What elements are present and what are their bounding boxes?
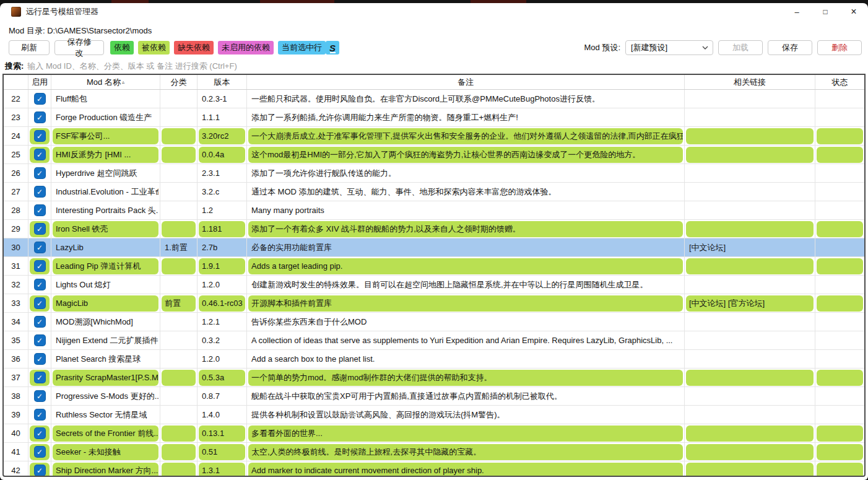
mod-name-cell-text: Ruthless Sector 无情星域	[53, 407, 158, 423]
table-row[interactable]: 24✓FSF军事公司...3.20rc2一个大崩溃后成立,处于准军事化管理下,提…	[4, 127, 864, 146]
table-row[interactable]: 42✓Ship Direction Marker 方向...1.3.1Add m…	[4, 461, 864, 477]
row-number: 33	[4, 294, 28, 312]
category-cell-text	[162, 351, 196, 367]
header-version[interactable]: 版本	[197, 75, 247, 89]
enable-checkbox[interactable]: ✓	[34, 279, 46, 290]
links-cell[interactable]: [中文论坛]	[685, 238, 815, 256]
mod-name-cell: Industrial.Evolution - 工业革命	[51, 183, 160, 201]
version-cell-text: 3.2.c	[199, 184, 245, 200]
table-row[interactable]: 37✓Prasrity ScrapMaster1[P.S.M.]0.5.3a一个…	[4, 369, 864, 387]
table-row[interactable]: 28✓Interesting Portraits Pack 头...1.2Man…	[4, 201, 864, 220]
header-enable[interactable]: 启用	[28, 75, 51, 89]
links-cell[interactable]: [中文论坛] [官方论坛]	[685, 294, 815, 312]
table-row[interactable]: 40✓Secrets of the Frontier 前线...0.13.1多看…	[4, 424, 864, 443]
preset-select[interactable]: [新建预设]	[625, 40, 713, 55]
status-cell-text	[817, 444, 863, 460]
title-bar[interactable]: 远行星号模组管理器 – □ ×	[0, 3, 868, 20]
links-cell-text: [中文论坛]	[686, 240, 814, 256]
enable-checkbox[interactable]: ✓	[34, 316, 46, 328]
status-cell	[815, 406, 864, 424]
header-links[interactable]: 相关链接	[685, 75, 815, 89]
table-row[interactable]: 27✓Industrial.Evolution - 工业革命3.2.c通过本 M…	[4, 183, 864, 201]
header-status[interactable]: 状态	[815, 75, 864, 89]
enable-checkbox[interactable]: ✓	[34, 297, 46, 309]
table-row[interactable]: 25✓HMI反派势力 [HMI ...0.0.4a这个mod最初是HMI的一部分…	[4, 146, 864, 164]
close-button[interactable]: ×	[840, 3, 868, 20]
fossic-forum-icon[interactable]: S	[326, 41, 339, 55]
refresh-button[interactable]: 刷新	[9, 40, 50, 55]
version-cell: 3.20rc2	[197, 127, 247, 145]
links-cell-text	[686, 91, 814, 107]
table-row[interactable]: 26✓Hyperdrive 超空间跳跃2.3.1添加了一项允许你进行舰队传送的能…	[4, 164, 864, 183]
enable-checkbox[interactable]: ✓	[34, 260, 46, 272]
enable-checkbox[interactable]: ✓	[34, 390, 46, 402]
row-number: 32	[4, 276, 28, 294]
mod-name-cell: MOD溯源[WhichMod]	[51, 313, 160, 331]
enable-checkbox[interactable]: ✓	[34, 465, 46, 476]
table-row[interactable]: 35✓Nijigen Extend 二元扩展插件0.3.2A collectio…	[4, 331, 864, 350]
table-row[interactable]: 39✓Ruthless Sector 无情星域1.4.0提供各种机制和设置以鼓励…	[4, 406, 864, 424]
status-cell	[815, 424, 864, 442]
table-header: 启用 Mod 名称 ▵ 分类 版本 备注 相关链接 状态	[4, 75, 864, 90]
note-cell: 通过本 MOD 添加的建筑、互动、能力、事件、地形和探索内容来丰富您的游戏体验。	[247, 183, 685, 201]
table-row[interactable]: 22✓Fluff船包0.2.3-1一些船只和武器。使用时风险自负。在非官方Dis…	[4, 90, 864, 108]
header-mod-name[interactable]: Mod 名称 ▵	[51, 75, 160, 89]
maximize-button[interactable]: □	[811, 3, 840, 20]
save-changes-button[interactable]: 保存修改	[54, 40, 104, 55]
note-cell: 添加了一系列船插,允许你调用能力来生产所需的物资。随身重工+燃料生产!	[247, 108, 685, 126]
table-row[interactable]: 36✓Planet Search 搜索星球1.2.0Add a search b…	[4, 350, 864, 369]
links-cell	[685, 183, 815, 201]
enable-checkbox[interactable]: ✓	[34, 427, 46, 439]
enable-checkbox[interactable]: ✓	[34, 353, 46, 365]
links-cell-text	[686, 444, 814, 460]
enable-cell: ✓	[28, 294, 51, 312]
enable-checkbox[interactable]: ✓	[34, 242, 46, 253]
table-row[interactable]: 33✓MagicLib前置0.46.1-rc03开源脚本和插件前置库[中文论坛]…	[4, 294, 864, 313]
note-cell: 必备的实用功能前置库	[247, 238, 685, 256]
note-cell-text: 一个简单的势力mod。感谢mod制作群的大佬们提供的帮助和支持。	[248, 370, 683, 386]
table-row[interactable]: 30✓LazyLib1.前置2.7b必备的实用功能前置库[中文论坛]	[4, 238, 864, 257]
category-cell-text	[162, 370, 196, 386]
table-row[interactable]: 34✓MOD溯源[WhichMod]1.2.1告诉你某些东西来自于什么MOD	[4, 313, 864, 331]
search-input[interactable]	[27, 59, 868, 74]
enable-checkbox[interactable]: ✓	[34, 186, 46, 198]
table-row[interactable]: 23✓Forge Production 锻造生产1.1.1添加了一系列船插,允许…	[4, 108, 864, 127]
enable-checkbox[interactable]: ✓	[34, 111, 46, 123]
enable-checkbox[interactable]: ✓	[34, 223, 46, 235]
preset-delete-button[interactable]: 删除	[817, 40, 862, 55]
header-note[interactable]: 备注	[247, 75, 685, 89]
version-cell: 1.2.0	[197, 276, 247, 294]
minimize-button[interactable]: –	[783, 3, 811, 20]
enable-checkbox[interactable]: ✓	[34, 93, 46, 105]
table-row[interactable]: 41✓Seeker - 未知接触0.51太空,人类的终极前线。是时候踏上旅程,去…	[4, 443, 864, 461]
category-cell-text	[162, 277, 196, 293]
preset-label: Mod 预设:	[584, 42, 620, 53]
table-row[interactable]: 32✓Lights Out 熄灯1.2.0创建新游戏时发生的特殊效果。目前可以在…	[4, 276, 864, 294]
enable-checkbox[interactable]: ✓	[34, 204, 46, 216]
header-category[interactable]: 分类	[160, 75, 197, 89]
enable-checkbox[interactable]: ✓	[34, 372, 46, 383]
mod-name-cell: Prasrity ScrapMaster1[P.S.M.]	[51, 369, 160, 386]
mod-name-cell: Fluff船包	[51, 90, 160, 108]
enable-cell: ✓	[28, 238, 51, 256]
enable-checkbox[interactable]: ✓	[34, 167, 46, 179]
enable-checkbox[interactable]: ✓	[34, 446, 46, 458]
row-number: 34	[4, 313, 28, 331]
category-cell-text	[162, 128, 196, 144]
mod-name-cell-text: LazyLib	[53, 240, 158, 256]
links-cell-text	[686, 425, 814, 442]
status-cell	[815, 369, 864, 386]
category-cell-text	[162, 333, 196, 349]
enable-checkbox[interactable]: ✓	[34, 334, 46, 346]
table-row[interactable]: 38✓Progressive S-Mods 更好的...0.8.7舰船在战斗中获…	[4, 387, 864, 406]
chevron-down-icon	[701, 44, 709, 51]
version-cell-text: 1.181	[199, 221, 245, 237]
preset-load-button[interactable]: 加载	[718, 40, 763, 55]
enable-checkbox[interactable]: ✓	[34, 149, 46, 160]
row-number: 26	[4, 164, 28, 182]
table-row[interactable]: 29✓Iron Shell 铁壳1.181添加了一个有着众多 XIV 战斗群的舰…	[4, 220, 864, 238]
table-row[interactable]: 31✓Leading Pip 弹道计算机1.9.1Adds a target l…	[4, 257, 864, 276]
enable-checkbox[interactable]: ✓	[34, 409, 46, 421]
preset-save-button[interactable]: 保存	[768, 40, 812, 55]
enable-checkbox[interactable]: ✓	[34, 130, 46, 142]
